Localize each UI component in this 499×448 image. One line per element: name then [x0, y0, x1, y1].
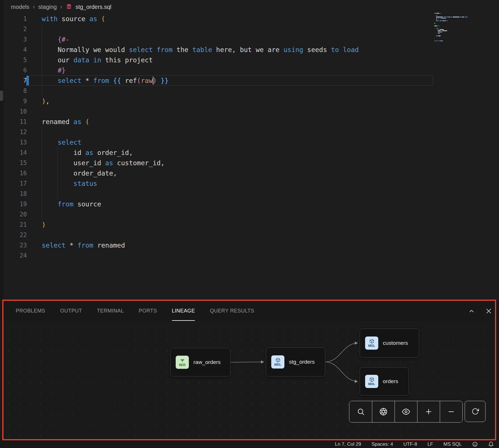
status-eol[interactable]: LF	[427, 441, 433, 447]
editor-line[interactable]: 5 our data in this project	[0, 55, 499, 65]
editor-line[interactable]: 3 {#-	[0, 34, 499, 45]
indent-guide	[58, 168, 58, 178]
code-token: here, but we are	[212, 46, 283, 53]
editor-line[interactable]: 18	[0, 189, 499, 199]
status-cursor-position[interactable]: Ln 7, Col 29	[335, 441, 361, 447]
panel-tab-query-results[interactable]: QUERY RESULTS	[210, 301, 254, 321]
breadcrumb: models › staging › stg_orders.sql	[0, 0, 499, 14]
line-number[interactable]: 11	[0, 117, 42, 127]
aperture-icon	[379, 408, 387, 416]
line-number[interactable]: 2	[0, 24, 42, 34]
editor-line[interactable]: 13 select	[0, 137, 499, 148]
panel-tab-problems[interactable]: PROBLEMS	[16, 301, 45, 321]
editor-line[interactable]: 15 user_id as customer_id,	[0, 158, 499, 168]
feedback-button[interactable]	[472, 441, 478, 447]
indent-guide	[58, 158, 58, 168]
line-number[interactable]: 12	[0, 127, 42, 137]
lineage-node-orders[interactable]: MDLorders	[360, 367, 409, 396]
code-token: ref	[121, 77, 137, 84]
line-number[interactable]: 24	[0, 250, 42, 261]
app-window: models › staging › stg_orders.sql 1with …	[0, 0, 499, 448]
code-token	[42, 139, 58, 146]
left-edge-indicator[interactable]	[0, 91, 3, 101]
status-indentation[interactable]: Spaces: 4	[371, 441, 393, 447]
panel-tab-lineage[interactable]: LINEAGE	[172, 301, 195, 321]
breadcrumb-models[interactable]: models	[11, 4, 29, 10]
editor-line[interactable]: 6 #}	[0, 65, 499, 75]
line-number[interactable]: 16	[0, 168, 42, 178]
line-number[interactable]: 5	[0, 55, 42, 65]
refresh-button[interactable]	[465, 401, 486, 422]
editor-line[interactable]: 4 Normally we would select from the tabl…	[0, 45, 499, 55]
indent-guide	[42, 189, 42, 199]
editor-line[interactable]: 1with source as (	[0, 14, 499, 24]
line-number[interactable]: 17	[0, 178, 42, 189]
line-number[interactable]: 10	[0, 106, 42, 117]
line-number[interactable]: 9	[0, 96, 42, 106]
line-number[interactable]: 18	[0, 189, 42, 199]
line-number[interactable]: 4	[0, 45, 42, 55]
editor-line[interactable]: 20	[0, 209, 499, 220]
line-number[interactable]: 20	[0, 209, 42, 220]
aperture-button[interactable]	[372, 401, 395, 422]
indent-guide	[42, 75, 42, 86]
lineage-node-stg_orders[interactable]: MDLstg_orders	[266, 347, 325, 377]
code-token: order_id,	[93, 149, 133, 156]
zoom-in-button[interactable]	[417, 401, 440, 422]
node-label: raw_orders	[193, 359, 221, 365]
line-number[interactable]: 14	[0, 148, 42, 158]
lineage-node-customers[interactable]: MDLcustomers	[360, 328, 419, 358]
visibility-button[interactable]	[395, 401, 417, 422]
editor-line[interactable]: 19 from source	[0, 199, 499, 209]
breadcrumb-staging[interactable]: staging	[38, 4, 57, 10]
minimap[interactable]	[434, 13, 484, 50]
code-token: as	[74, 118, 82, 126]
line-number[interactable]: 13	[0, 137, 42, 148]
panel-tab-terminal[interactable]: TERMINAL	[97, 301, 124, 321]
editor-line[interactable]: 16 order_date,	[0, 168, 499, 178]
code-token: *	[81, 77, 93, 84]
line-number[interactable]: 22	[0, 230, 42, 240]
line-number[interactable]: 6	[0, 65, 42, 75]
indent-guide	[42, 158, 42, 168]
search-button[interactable]	[349, 401, 372, 422]
editor-line[interactable]: 2	[0, 24, 499, 34]
line-number[interactable]: 15	[0, 158, 42, 168]
panel-close-button[interactable]	[485, 308, 492, 314]
editor-line[interactable]: 7 select * from {{ ref(raw) }}	[0, 75, 499, 86]
status-encoding[interactable]: UTF-8	[403, 441, 417, 447]
lineage-node-raw_orders[interactable]: SEDraw_orders	[170, 348, 231, 377]
line-number[interactable]: 23	[0, 240, 42, 250]
line-number[interactable]: 1	[0, 14, 42, 24]
indent-guide	[42, 137, 42, 148]
notifications-button[interactable]	[488, 441, 494, 447]
lineage-canvas[interactable]: SEDraw_ordersMDLstg_ordersMDLcustomersMD…	[0, 321, 499, 441]
panel-collapse-button[interactable]	[468, 308, 475, 314]
editor-line[interactable]: 10	[0, 106, 499, 117]
editor-line[interactable]: 21)	[0, 220, 499, 230]
line-number[interactable]: 7	[0, 75, 42, 86]
editor-code[interactable]: 1with source as (23 {#-4 Normally we wou…	[0, 14, 499, 261]
zoom-out-button[interactable]	[440, 401, 462, 422]
editor-line[interactable]: 12	[0, 127, 499, 137]
code-token: select	[42, 242, 66, 249]
panel-tab-output[interactable]: OUTPUT	[60, 301, 82, 321]
editor-line[interactable]: 22	[0, 230, 499, 240]
editor-line[interactable]: 17 status	[0, 178, 499, 189]
editor-line[interactable]: 24	[0, 250, 499, 261]
line-number[interactable]: 19	[0, 199, 42, 209]
line-number[interactable]: 21	[0, 220, 42, 230]
node-badge-label: MDL	[368, 344, 375, 347]
code-token	[42, 36, 58, 43]
line-number[interactable]: 8	[0, 86, 42, 96]
editor-line[interactable]: 9),	[0, 96, 499, 106]
editor-line[interactable]: 11renamed as (	[0, 117, 499, 127]
code-token	[153, 46, 157, 53]
editor-line[interactable]: 8	[0, 86, 499, 96]
editor-line[interactable]: 23select * from renamed	[0, 240, 499, 250]
editor-line[interactable]: 14 id as order_id,	[0, 148, 499, 158]
breadcrumb-file[interactable]: stg_orders.sql	[76, 4, 112, 10]
panel-tab-ports[interactable]: PORTS	[139, 301, 157, 321]
status-language-mode[interactable]: MS SQL	[443, 441, 462, 447]
line-number[interactable]: 3	[0, 34, 42, 45]
